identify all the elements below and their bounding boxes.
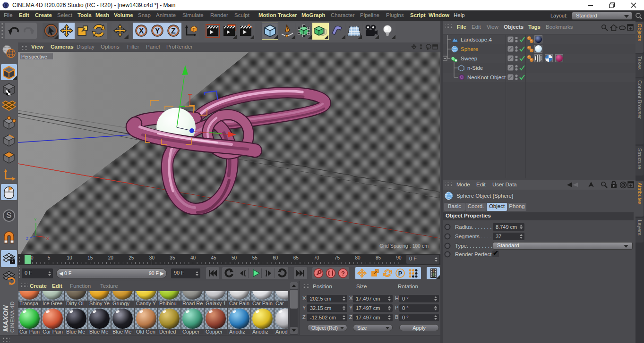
svg-text:10: 10 [67, 255, 73, 260]
svg-text:20: 20 [108, 255, 114, 260]
svg-text:60: 60 [273, 255, 278, 260]
svg-text:45: 45 [211, 255, 216, 260]
svg-text:65: 65 [293, 255, 299, 260]
svg-text:90: 90 [396, 255, 402, 260]
svg-text:S: S [6, 211, 11, 220]
svg-text:Y: Y [34, 218, 37, 222]
svg-text:5: 5 [48, 255, 51, 260]
svg-text:50: 50 [232, 255, 237, 260]
svg-text:55: 55 [252, 255, 258, 260]
svg-text:15: 15 [87, 255, 93, 260]
svg-text:X: X [139, 27, 144, 35]
svg-text:80: 80 [355, 255, 361, 260]
svg-text:40: 40 [190, 255, 196, 260]
svg-text:25: 25 [129, 255, 134, 260]
svg-text:70: 70 [314, 255, 319, 260]
svg-text:P: P [398, 270, 402, 277]
svg-text:30: 30 [149, 255, 155, 260]
svg-text:Y: Y [155, 27, 160, 35]
svg-text:35: 35 [170, 255, 175, 260]
svg-text:75: 75 [335, 255, 340, 260]
svg-text:X: X [46, 236, 49, 241]
svg-text:85: 85 [376, 255, 381, 260]
svg-text:Z: Z [171, 27, 176, 35]
svg-text:Z: Z [26, 236, 28, 241]
svg-text:0: 0 [31, 255, 34, 260]
svg-text:?: ? [341, 270, 345, 277]
